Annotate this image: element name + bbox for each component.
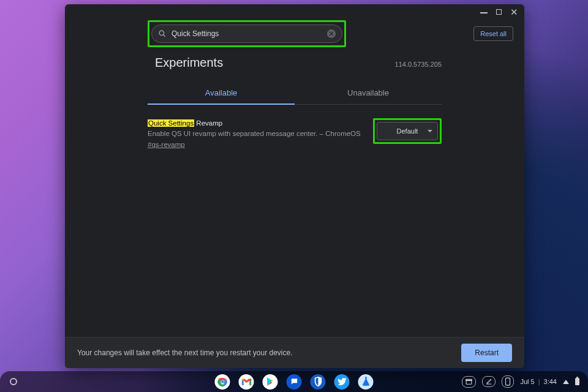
svg-rect-10 — [506, 378, 510, 385]
version-label: 114.0.5735.205 — [395, 61, 442, 68]
flag-text: Quick Settings Revamp Enable QS UI revam… — [148, 118, 361, 150]
status-area[interactable]: Jul 5 | 3:44 — [462, 375, 588, 388]
status-divider: | — [538, 378, 540, 385]
clear-search-button[interactable] — [327, 29, 336, 38]
phone-hub-button[interactable] — [502, 375, 514, 388]
flask-icon — [361, 377, 370, 386]
tabs: Available Unavailable — [148, 83, 442, 105]
reset-all-button[interactable]: Reset all — [473, 26, 513, 41]
svg-point-7 — [221, 380, 224, 383]
status-time: 3:44 — [544, 378, 557, 385]
flags-app-icon[interactable] — [358, 374, 374, 390]
window-minimize-button[interactable] — [480, 8, 488, 16]
flag-state-value: Default — [397, 127, 418, 135]
tote-icon — [465, 378, 473, 386]
gmail-app-icon[interactable] — [239, 374, 254, 390]
footer-bar: Your changes will take effect the next t… — [65, 337, 524, 368]
search-icon — [158, 29, 167, 38]
chrome-flags-window: ✕ Quick Settings Reset all Experiments 1… — [65, 4, 524, 368]
play-store-icon — [265, 377, 275, 386]
chat-bubble-icon — [290, 377, 298, 386]
messages-app-icon[interactable] — [287, 374, 302, 390]
flag-state-select[interactable]: Default — [377, 122, 438, 140]
shield-icon — [314, 377, 322, 386]
twitter-app-icon[interactable] — [334, 374, 350, 390]
search-input-value: Quick Settings — [172, 29, 327, 38]
play-store-app-icon[interactable] — [263, 374, 278, 390]
tab-unavailable[interactable]: Unavailable — [295, 83, 442, 104]
flag-title-highlight: Quick Settings — [148, 119, 194, 127]
flag-title: Quick Settings Revamp — [148, 118, 361, 129]
chevron-down-icon — [428, 130, 432, 132]
tote-tray-button[interactable] — [462, 376, 476, 388]
stylus-icon — [485, 378, 492, 385]
restart-button[interactable]: Restart — [461, 344, 512, 362]
tab-available[interactable]: Available — [148, 83, 295, 105]
content-area: Experiments 114.0.5735.205 Available Una… — [65, 47, 524, 337]
chrome-icon — [217, 376, 228, 387]
search-highlight-annotation: Quick Settings — [148, 20, 346, 47]
launcher-button[interactable] — [10, 378, 17, 385]
window-close-button[interactable]: ✕ — [510, 7, 518, 17]
flag-row: Quick Settings Revamp Enable QS UI revam… — [148, 118, 442, 150]
chrome-app-icon[interactable] — [215, 374, 230, 390]
stylus-tray-button[interactable] — [482, 376, 496, 387]
battery-icon — [575, 378, 579, 385]
twitter-icon — [337, 378, 346, 385]
search-input[interactable]: Quick Settings — [151, 24, 342, 43]
flag-title-rest: Revamp — [194, 119, 222, 127]
shelf-apps — [215, 374, 374, 390]
bitwarden-app-icon[interactable] — [311, 374, 326, 390]
close-icon — [329, 31, 334, 36]
flag-description: Enable QS UI revamp with separated messa… — [148, 129, 361, 139]
svg-line-1 — [164, 35, 165, 37]
footer-message: Your changes will take effect the next t… — [77, 349, 293, 357]
gmail-icon — [241, 378, 251, 385]
window-controls: ✕ — [65, 4, 524, 19]
page-title: Experiments — [155, 56, 223, 70]
top-bar: Quick Settings Reset all — [65, 20, 524, 47]
wifi-icon — [563, 380, 569, 384]
window-maximize-button[interactable] — [496, 8, 502, 16]
phone-icon — [505, 377, 511, 386]
flag-anchor-link[interactable]: #qs-revamp — [148, 141, 185, 148]
svg-point-0 — [159, 31, 164, 36]
select-highlight-annotation: Default — [373, 118, 442, 144]
status-date: Jul 5 — [520, 378, 534, 385]
shelf: Jul 5 | 3:44 — [0, 371, 588, 392]
